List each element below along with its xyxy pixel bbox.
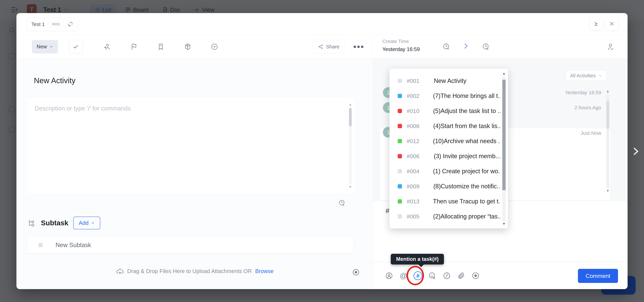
scrollbar-thumb[interactable] — [606, 100, 609, 129]
task-status-badge — [398, 169, 402, 173]
close-button[interactable] — [606, 17, 618, 30]
subtask-section-header: Subtask Add — [27, 217, 100, 229]
task-option[interactable]: #008 (4)Start from the task lis... — [390, 119, 500, 134]
edit-history-icon[interactable] — [338, 199, 346, 207]
breadcrumb-project[interactable]: Test 1 — [31, 21, 45, 27]
assignee-icon[interactable] — [94, 43, 120, 51]
task-detail-modal: Test 1 #001 New — [16, 13, 628, 289]
task-option[interactable]: #013 Then use Tracup to get t... — [390, 194, 500, 209]
create-time-label: Create Time — [382, 39, 409, 44]
scrollbar-thumb[interactable] — [502, 80, 506, 190]
subtask-status-badge[interactable] — [38, 243, 43, 247]
column-divider — [373, 35, 373, 289]
task-option[interactable]: #012 (10)Archive what needs ... — [390, 134, 500, 149]
scroll-down-icon[interactable]: ▼ — [349, 185, 352, 189]
description-scrollbar[interactable]: ▲ ▼ — [348, 102, 353, 189]
breadcrumb[interactable]: Test 1 #001 — [27, 18, 78, 31]
task-status-badge — [398, 199, 402, 204]
next-task-arrow[interactable] — [630, 145, 642, 158]
open-full-page-icon[interactable] — [68, 21, 74, 27]
module-cube-icon[interactable] — [174, 43, 201, 51]
activity-timestamp: 2 hours Ago — [574, 105, 601, 111]
browse-link[interactable]: Browse — [255, 268, 274, 274]
record-icon[interactable] — [468, 271, 483, 280]
task-option[interactable]: #002 (7)The Home brings all t... — [390, 88, 500, 104]
scroll-down-icon[interactable]: ▼ — [606, 188, 610, 193]
pause-timer-icon[interactable] — [481, 42, 490, 51]
assignee-check-icon[interactable] — [606, 42, 615, 51]
scroll-up-icon[interactable]: ▲ — [502, 71, 506, 76]
description-placeholder: Description or type '/' for commands — [35, 105, 131, 112]
task-mention-dropdown: #001 New Activity #002 (7)The Home bring… — [390, 68, 508, 229]
record-icon[interactable] — [352, 268, 360, 276]
comment-input-text[interactable]: # — [386, 207, 389, 215]
task-id-badge: #001 — [49, 21, 63, 28]
task-toolbar: New — [16, 35, 628, 59]
scrollbar-thumb[interactable] — [349, 108, 352, 126]
more-actions-button[interactable] — [354, 46, 363, 48]
status-dropdown-button[interactable]: New — [32, 40, 58, 53]
mention-task-tooltip: Mention a task(#) — [391, 254, 444, 265]
task-option[interactable]: #006 (3) Invite project memb... — [390, 149, 500, 164]
task-option[interactable]: #005 (2)Allocating proper “tas... — [390, 209, 500, 224]
task-status-badge — [398, 109, 402, 113]
subtask-heading: Subtask — [41, 219, 68, 227]
task-option[interactable]: #010 (5)Adjust the task list to ... — [390, 104, 500, 119]
chevron-down-icon — [91, 221, 95, 225]
version-icon[interactable] — [201, 43, 228, 51]
toolbar-left: New — [16, 35, 373, 58]
dropdown-scrollbar[interactable]: ▲ ▼ — [501, 71, 507, 226]
subtask-tree-icon — [27, 219, 36, 227]
subtask-row[interactable]: New Subtask — [27, 237, 354, 253]
toolbar-divider — [89, 41, 90, 52]
task-option[interactable]: #009 (8)Customize the notific... — [390, 179, 500, 194]
start-timer-icon[interactable] — [442, 42, 450, 51]
activity-scrollbar[interactable]: ▲ ▼ — [604, 89, 611, 193]
share-button[interactable]: Share — [313, 40, 345, 53]
scroll-up-icon[interactable]: ▲ — [349, 102, 352, 107]
comment-submit-button[interactable]: Comment — [578, 269, 618, 283]
task-option[interactable]: #004 (1) Create project for wo... — [390, 164, 500, 179]
attach-file-icon[interactable] — [454, 271, 468, 280]
add-emoji-icon[interactable] — [425, 271, 440, 280]
create-time-value: Yesterday 16:59 — [382, 46, 420, 52]
task-status-badge — [398, 139, 402, 143]
activity-filter-dropdown[interactable]: All Activities — [566, 71, 606, 81]
priority-flag-icon[interactable] — [120, 43, 148, 51]
add-subtask-button[interactable]: Add — [73, 217, 100, 229]
mention-member-icon[interactable] — [382, 271, 396, 280]
complete-task-button[interactable] — [69, 40, 82, 53]
task-status-badge — [398, 214, 402, 219]
attachment-dropzone[interactable]: Drag & Drop Files Here to Upload Attachm… — [16, 267, 373, 275]
chevron-right-icon[interactable] — [462, 42, 470, 50]
share-icon — [318, 44, 323, 49]
task-status-badge — [398, 79, 402, 83]
activity-timestamp: Just Now — [580, 130, 601, 136]
chevron-down-icon — [49, 45, 53, 49]
scroll-up-icon[interactable]: ▲ — [606, 89, 610, 94]
task-title[interactable]: New Activity — [34, 76, 76, 85]
bookmark-icon[interactable] — [148, 43, 174, 51]
comment-toolbar: @ # — [382, 271, 483, 280]
task-status-badge — [398, 124, 402, 128]
task-status-badge — [398, 154, 402, 158]
task-option[interactable]: #003 Hello, welcome to T... — [390, 224, 500, 229]
scroll-down-icon[interactable]: ▼ — [502, 221, 506, 226]
toolbar-icons — [94, 43, 228, 51]
chevron-down-icon — [598, 74, 602, 78]
annotation-circle — [406, 266, 424, 285]
subtask-title-text[interactable]: New Subtask — [56, 242, 91, 249]
toolbar-right: Create Time Yesterday 16:59 — [373, 35, 628, 58]
task-status-badge — [398, 94, 402, 98]
task-status-badge — [398, 184, 402, 188]
task-main-panel: New Activity Description or type '/' for… — [16, 59, 373, 289]
cloud-upload-icon — [116, 267, 124, 275]
activity-timestamp: Yesterday 16:59 — [565, 90, 601, 95]
description-editor[interactable]: Description or type '/' for commands ▲ ▼ — [27, 97, 355, 194]
task-option[interactable]: #001 New Activity — [390, 73, 500, 88]
minimize-button[interactable] — [590, 17, 602, 30]
slash-command-icon[interactable] — [440, 271, 454, 280]
